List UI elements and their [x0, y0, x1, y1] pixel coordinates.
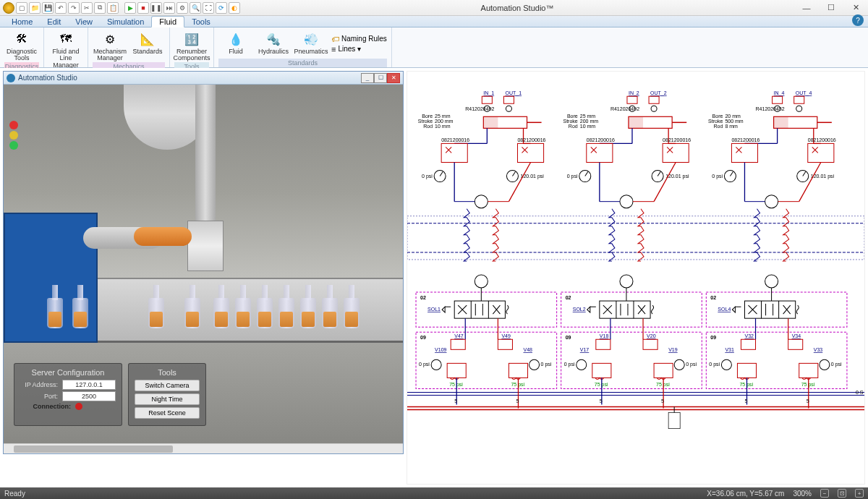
qat-undo-icon[interactable]: ↶	[55, 2, 67, 14]
svg-text:V19: V19	[668, 347, 678, 352]
qat-globe-icon[interactable]: ◐	[229, 2, 240, 14]
svg-text:V31: V31	[725, 347, 734, 352]
port-input[interactable]	[62, 391, 116, 401]
svg-text:V47: V47	[454, 333, 464, 338]
svg-point-45	[475, 275, 488, 288]
qat-pause-icon[interactable]: ❚❚	[150, 2, 162, 14]
qat-save-icon[interactable]: 💾	[42, 2, 54, 14]
list-icon: 🔢	[183, 30, 200, 48]
tab-edit[interactable]: Edit	[40, 17, 68, 27]
wrench-icon: 🛠	[13, 30, 30, 48]
maximize-button[interactable]: ☐	[819, 0, 843, 16]
schematic-canvas[interactable]: 0 SIN_1OUT_1R412020492BoreStrokeRod25 mm…	[407, 71, 865, 485]
svg-text:0821200016: 0821200016	[441, 137, 469, 142]
svg-point-60	[431, 359, 441, 370]
ruler-icon: 📐	[139, 30, 156, 48]
lines-icon: ≡	[331, 45, 336, 54]
qat-refresh-icon[interactable]: ⟳	[216, 2, 227, 14]
qat-fit-icon[interactable]: ⛶	[203, 2, 214, 14]
qat-cfg-icon[interactable]: ⚙	[176, 2, 188, 14]
diagnostic-tools-button[interactable]: 🛠Diagnostic Tools	[4, 29, 39, 62]
pneumatics-std-button[interactable]: 💨Pneumatics	[294, 29, 328, 59]
svg-text:R412020492: R412020492	[465, 106, 494, 111]
switch-camera-button[interactable]: Switch Camera	[135, 380, 200, 391]
svg-point-102	[652, 171, 663, 182]
tab-view[interactable]: View	[68, 17, 100, 27]
svg-text:02: 02	[420, 295, 426, 300]
qat-redo-icon[interactable]: ↷	[68, 2, 80, 14]
svg-rect-182	[706, 332, 847, 388]
zoom-fit-button[interactable]: ⊡	[838, 489, 846, 498]
qat-stop-icon[interactable]: ■	[137, 2, 149, 14]
night-time-button[interactable]: Night Time	[135, 393, 200, 405]
svg-line-35	[440, 172, 443, 176]
svg-rect-32	[517, 143, 543, 162]
svg-point-110	[620, 275, 633, 288]
qat-step-icon[interactable]: ⏭	[163, 2, 175, 14]
cylinder-icon: 🔩	[265, 30, 282, 48]
svg-text:0 psi: 0 psi	[831, 362, 842, 367]
ip-input[interactable]	[62, 380, 116, 390]
qat-open-icon[interactable]: 📁	[29, 2, 41, 14]
tab-home[interactable]: Home	[4, 17, 40, 27]
svg-text:OUT_4: OUT_4	[796, 90, 812, 96]
renumber-button[interactable]: 🔢Renumber Components	[174, 29, 209, 62]
svg-text:25 mm: 25 mm	[435, 114, 451, 119]
hydraulics-std-button[interactable]: 🔩Hydraulics	[256, 29, 291, 59]
3d-scene[interactable]: Server Configuration IP Address: Port: C…	[4, 85, 403, 443]
svg-point-107	[620, 195, 633, 208]
reset-scene-button[interactable]: Reset Scene	[135, 407, 200, 419]
tools-panel: Tools Switch Camera Night Time Reset Sce…	[128, 363, 206, 426]
zoom-out-button[interactable]: −	[820, 489, 829, 498]
server-config-panel: Server Configuration IP Address: Port: C…	[14, 363, 122, 426]
child-min-button[interactable]: _	[361, 73, 374, 83]
fluid-line-manager-button[interactable]: 🗺Fluid and Line Manager	[48, 29, 83, 69]
svg-text:V34: V34	[792, 333, 801, 338]
svg-text:V33: V33	[814, 347, 823, 352]
qat-copy-icon[interactable]: ⧉	[94, 2, 106, 14]
qat-play-icon[interactable]: ▶	[124, 2, 136, 14]
svg-text:0821200016: 0821200016	[517, 137, 545, 142]
svg-rect-130	[654, 363, 673, 378]
fluid-std-button[interactable]: 💧Fluid	[218, 29, 253, 59]
svg-text:02: 02	[710, 295, 716, 300]
svg-rect-95	[587, 143, 613, 162]
svg-text:0821200016: 0821200016	[587, 137, 615, 142]
mechanism-manager-button[interactable]: ⚙Mechanism Manager	[93, 29, 127, 62]
ribbon: 🛠Diagnostic Tools Diagnostics 🗺Fluid and…	[0, 27, 868, 68]
ribbon-group-mechanics: ⚙Mechanism Manager 📐Standards Mechanics	[88, 27, 170, 67]
tab-tools[interactable]: Tools	[184, 17, 218, 27]
lines-dropdown[interactable]: ≡Lines ▾	[331, 45, 387, 54]
tag-icon: 🏷	[331, 35, 339, 43]
status-coords: X=36.06 cm, Y=5.67 cm	[707, 490, 784, 498]
naming-rules-button[interactable]: 🏷Naming Rules	[331, 35, 387, 43]
qat-zoom-icon[interactable]: 🔍	[190, 2, 201, 14]
zoom-in-button[interactable]: +	[855, 489, 864, 498]
child-close-button[interactable]: ✕	[387, 73, 400, 83]
svg-rect-160	[731, 143, 757, 162]
svg-rect-65	[509, 363, 527, 378]
close-button[interactable]: ✕	[843, 0, 868, 16]
svg-rect-64	[447, 363, 466, 378]
svg-line-38	[512, 172, 515, 176]
child-window-header[interactable]: Automation Studio _ ☐ ✕	[4, 72, 403, 85]
minimize-button[interactable]: —	[794, 0, 819, 16]
qat-paste-icon[interactable]: 📋	[107, 2, 119, 14]
svg-text:V18: V18	[600, 333, 609, 338]
qat-new-icon[interactable]: ▢	[16, 2, 27, 14]
svg-text:Rod: Rod	[569, 124, 578, 129]
qat-cut-icon[interactable]: ✂	[81, 2, 93, 14]
horizontal-scrollbar[interactable]	[4, 443, 403, 453]
tab-fluid[interactable]: Fluid	[151, 16, 184, 27]
ribbon-tabs: Home Edit View Simulation Fluid Tools ?	[0, 16, 868, 27]
app-logo-icon	[3, 2, 14, 14]
help-icon[interactable]: ?	[852, 14, 864, 26]
svg-rect-143	[794, 96, 804, 103]
tab-simulation[interactable]: Simulation	[100, 17, 151, 27]
svg-point-127	[674, 359, 684, 370]
svg-text:5: 5	[661, 398, 664, 404]
flowchart-icon: 🗺	[57, 30, 75, 48]
standards-button[interactable]: 📐Standards	[130, 29, 165, 62]
status-bar: Ready X=36.06 cm, Y=5.67 cm 300% − ⊡ +	[0, 487, 868, 499]
child-max-button[interactable]: ☐	[374, 73, 387, 83]
